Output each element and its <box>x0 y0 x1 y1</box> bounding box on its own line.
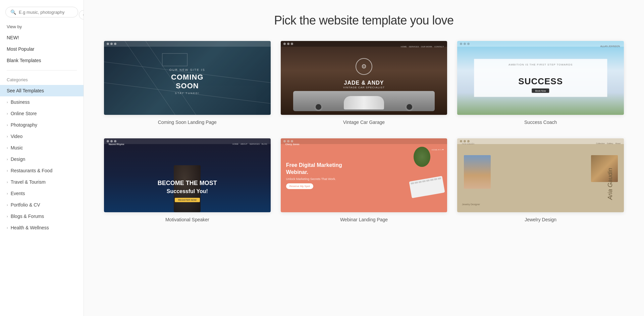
sidebar-collapse-button[interactable]: ‹ <box>79 10 84 19</box>
browser-dot <box>110 140 113 142</box>
page-title: Pick the website template you love <box>104 13 624 28</box>
browser-bar <box>281 138 447 144</box>
chevron-icon: › <box>7 180 8 184</box>
category-item-design[interactable]: › Design <box>0 153 84 165</box>
template-card-jewelry[interactable]: Aria Gaudin Collection Gallery About Ari… <box>457 138 624 222</box>
category-item-blogs-forums[interactable]: › Blogs & Forums <box>0 211 84 222</box>
jewelry-portrait <box>464 155 491 189</box>
book-now-button[interactable]: Book Now <box>532 89 549 93</box>
template-card-motivational[interactable]: Naomi Rhyme HOME ABOUT SERVICES BLOG BEC… <box>104 138 271 222</box>
browser-dot <box>283 140 286 142</box>
vintage-logo-circle: ⚙ <box>356 58 372 75</box>
template-name-coming-soon: Coming Soon Landing Page <box>158 120 217 125</box>
cta-button[interactable]: REGISTER NOW <box>175 198 200 202</box>
chevron-icon: › <box>7 100 8 104</box>
nav-link: Gallery <box>607 142 613 144</box>
template-name-jewelry: Jewelry Design <box>525 217 556 222</box>
search-box[interactable]: 🔍 <box>5 7 78 17</box>
chevron-icon: › <box>7 134 8 138</box>
nav-link: About <box>615 142 621 144</box>
browser-dot <box>107 140 109 142</box>
template-thumbnail-webinar[interactable]: Chery Jones HOME ♥ f t ❤ <box>281 138 447 212</box>
category-label: Portfolio & CV <box>11 202 40 208</box>
template-name-webinar: Webinar Landing Page <box>340 217 388 222</box>
template-card-coming-soon[interactable]: OUR NEW SITE IS COMINGSOON STAY TUNED! C… <box>104 41 271 125</box>
template-name-vintage-car: Vintage Car Garage <box>343 120 385 125</box>
success-tagline: AMBITION IS THE FIRST STEP TOWARDS <box>479 63 602 66</box>
coming-soon-subtitle: OUR NEW SITE IS <box>169 68 205 72</box>
nav-link: HOME <box>401 46 407 48</box>
category-label: Restaurants & Food <box>11 168 53 173</box>
template-card-vintage-car[interactable]: HOME SERVICES OUR WORK CONTACT ⚙ JADE & … <box>281 41 447 125</box>
nav-link: Collection <box>596 142 605 144</box>
category-item-music[interactable]: › Music <box>0 142 84 153</box>
category-item-restaurants-food[interactable]: › Restaurants & Food <box>0 165 84 176</box>
key <box>419 181 422 183</box>
category-label: Travel & Tourism <box>11 179 46 185</box>
category-item-video[interactable]: › Video <box>0 131 84 142</box>
chevron-icon: › <box>7 157 8 161</box>
geometric-decoration <box>104 41 271 115</box>
nav-item-new[interactable]: NEW! <box>0 32 84 43</box>
browser-dot <box>467 140 470 142</box>
nav-link: HOME <box>232 143 238 145</box>
success-heading: SUCCESS <box>479 76 602 87</box>
browser-dot <box>114 140 116 142</box>
browser-dot <box>110 43 113 45</box>
view-by-label: View by <box>0 24 84 32</box>
browser-dot <box>464 140 466 142</box>
chevron-icon: › <box>7 123 8 127</box>
car-body <box>344 96 384 109</box>
category-item-portfolio-cv[interactable]: › Portfolio & CV <box>0 199 84 211</box>
category-label: Blogs & Forums <box>11 214 44 219</box>
category-label: Online Store <box>11 111 37 116</box>
category-item-travel-tourism[interactable]: › Travel & Tourism <box>0 176 84 188</box>
svg-line-1 <box>146 41 208 115</box>
category-item-events[interactable]: › Events <box>0 188 84 199</box>
template-card-success-coach[interactable]: ALLAN JOHNSON AMBITION IS THE FIRST STEP… <box>457 41 624 125</box>
template-name-success-coach: Success Coach <box>524 120 557 125</box>
wrench-icon: ⚙ <box>361 63 367 70</box>
see-all-templates-item[interactable]: See All Templates <box>0 85 84 96</box>
main-content: Pick the website template you love <box>84 0 644 316</box>
category-label: Photography <box>11 122 37 128</box>
browser-dot <box>460 43 462 45</box>
browser-dot <box>291 140 293 142</box>
category-item-photography[interactable]: › Photography <box>0 119 84 131</box>
vintage-car-content: JADE & ANDY VINTAGE CAR SPECIALIST <box>343 80 385 89</box>
category-label: Health & Wellness <box>11 225 49 230</box>
jewelry-subtitle: Jewelry Designer <box>462 203 480 206</box>
mini-nav: HOME SERVICES OUR WORK CONTACT <box>281 46 447 48</box>
category-item-health-wellness[interactable]: › Health & Wellness <box>0 222 84 233</box>
template-grid: OUR NEW SITE IS COMINGSOON STAY TUNED! C… <box>104 41 624 222</box>
categories-label: Categories <box>0 75 84 85</box>
nav-item-blank-templates[interactable]: Blank Templates <box>0 55 84 66</box>
mini-nav: Collection Gallery About <box>457 142 624 144</box>
template-thumbnail-vintage-car[interactable]: HOME SERVICES OUR WORK CONTACT ⚙ JADE & … <box>281 41 447 115</box>
browser-dot <box>460 140 462 142</box>
reserve-spot-button[interactable]: Reserve My Spot <box>286 183 313 189</box>
chevron-icon: › <box>7 191 8 195</box>
chevron-icon: › <box>7 169 8 173</box>
chevron-icon: › <box>7 146 8 150</box>
browser-dot <box>287 43 289 45</box>
key <box>422 180 426 182</box>
template-card-webinar[interactable]: Chery Jones HOME ♥ f t ❤ <box>281 138 447 222</box>
chevron-icon: › <box>7 111 8 116</box>
template-thumbnail-coming-soon[interactable]: OUR NEW SITE IS COMINGSOON STAY TUNED! <box>104 41 271 115</box>
template-thumbnail-jewelry[interactable]: Aria Gaudin Collection Gallery About Ari… <box>457 138 624 212</box>
template-thumbnail-success-coach[interactable]: ALLAN JOHNSON AMBITION IS THE FIRST STEP… <box>457 41 624 115</box>
sidebar: ‹ 🔍 View by NEW! Most Popular Blank Temp… <box>0 0 84 316</box>
nav-item-most-popular[interactable]: Most Popular <box>0 43 84 55</box>
plant-decoration <box>414 147 430 167</box>
chevron-icon: › <box>7 214 8 218</box>
category-item-online-store[interactable]: › Online Store <box>0 108 84 119</box>
coming-soon-tagline: STAY TUNED! <box>169 92 205 95</box>
key <box>426 179 430 182</box>
template-name-motivational: Motivational Speaker <box>165 217 209 222</box>
category-label: Design <box>11 156 25 162</box>
template-thumbnail-motivational[interactable]: Naomi Rhyme HOME ABOUT SERVICES BLOG BEC… <box>104 138 271 212</box>
nav-link: BLOG <box>262 143 267 145</box>
category-item-business[interactable]: › Business <box>0 96 84 108</box>
search-input[interactable] <box>19 10 73 15</box>
